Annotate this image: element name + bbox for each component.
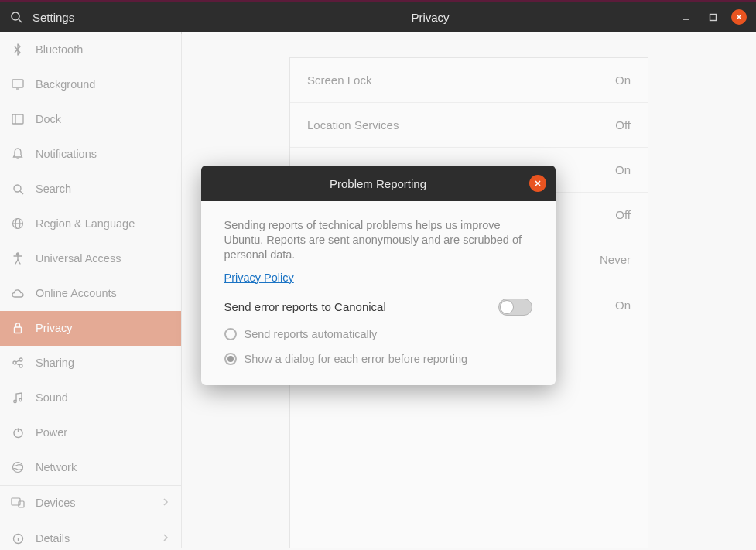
page-title: Privacy — [182, 11, 679, 24]
send-reports-label: Send error reports to Canonical — [224, 300, 386, 313]
minimize-icon — [682, 12, 691, 22]
option-send-automatically[interactable]: Send reports automatically — [224, 328, 532, 340]
svg-point-0 — [12, 12, 19, 20]
dialog-description: Sending reports of technical problems he… — [224, 218, 532, 262]
dialog-close-button[interactable] — [529, 175, 546, 192]
search-button[interactable] — [0, 2, 32, 32]
svg-rect-3 — [710, 14, 716, 20]
option-show-dialog[interactable]: Show a dialog for each error before repo… — [224, 353, 532, 365]
close-button[interactable] — [731, 9, 747, 25]
app-title: Settings — [32, 11, 74, 24]
toggle-knob — [500, 300, 514, 314]
close-icon — [735, 13, 743, 21]
dialog-title: Problem Reporting — [330, 177, 426, 190]
dialog-body: Sending reports of technical problems he… — [201, 201, 556, 385]
option-label: Show a dialog for each error before repo… — [245, 353, 468, 365]
problem-reporting-dialog: Problem Reporting Sending reports of tec… — [201, 166, 556, 385]
send-reports-toggle[interactable] — [498, 299, 532, 316]
radio-icon — [224, 353, 237, 365]
maximize-button[interactable] — [705, 9, 720, 25]
send-reports-row: Send error reports to Canonical — [224, 299, 532, 316]
search-icon — [10, 11, 22, 23]
svg-line-1 — [19, 19, 22, 22]
maximize-icon — [709, 13, 717, 22]
radio-icon — [224, 328, 237, 340]
titlebar: Settings Privacy — [0, 2, 756, 32]
minimize-button[interactable] — [679, 9, 694, 25]
modal-overlay: Problem Reporting Sending reports of tec… — [0, 34, 756, 550]
privacy-policy-link[interactable]: Privacy Policy — [224, 272, 294, 284]
option-label: Send reports automatically — [245, 328, 378, 340]
window-controls — [679, 9, 756, 25]
close-icon — [534, 179, 542, 187]
titlebar-left: Settings — [0, 2, 182, 32]
settings-window: Settings Privacy Bluetooth — [0, 0, 756, 550]
dialog-header: Problem Reporting — [201, 166, 556, 201]
